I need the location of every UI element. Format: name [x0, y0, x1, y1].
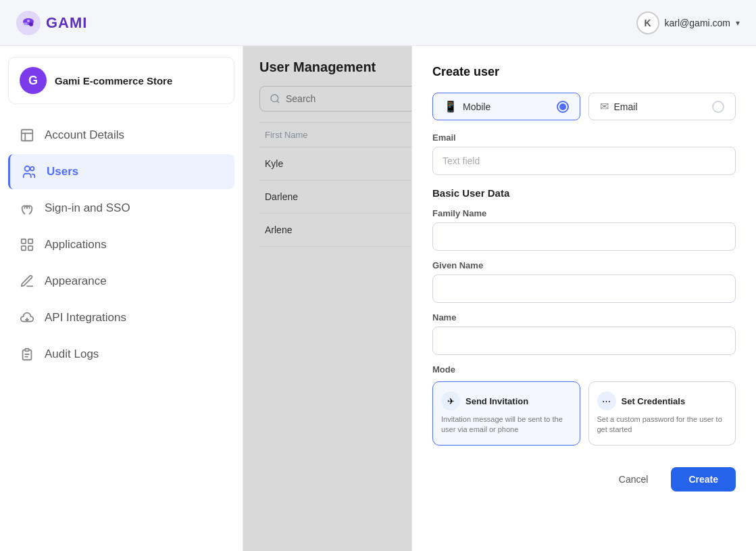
fingerprint-icon [19, 200, 35, 216]
topnav: GAMI K karl@gami.com ▾ [0, 0, 756, 46]
sidebar-item-label: API Integrations [45, 311, 126, 325]
email-radio[interactable] [712, 101, 724, 113]
svg-rect-11 [28, 239, 32, 243]
set-credentials-title: Set Credentials [622, 396, 686, 406]
mobile-radio[interactable] [557, 101, 569, 113]
store-card[interactable]: G Gami E-commerce Store [8, 57, 234, 104]
user-menu[interactable]: K karl@gami.com ▾ [636, 11, 740, 34]
create-user-modal: Create user 📱 Mobile ✉ Email [411, 46, 756, 551]
mode-cards: ✈ Send Invitation Invitation message wil… [432, 381, 736, 446]
send-invitation-icon: ✈ [441, 391, 460, 410]
app-name: GAMI [46, 14, 87, 32]
basic-user-data-heading: Basic User Data [432, 187, 736, 199]
logo-area: GAMI [16, 11, 87, 35]
cancel-button[interactable]: Cancel [604, 467, 663, 492]
chevron-down-icon: ▾ [736, 18, 740, 28]
send-invitation-title: Send Invitation [465, 396, 528, 406]
given-name-label: Given Name [432, 260, 736, 270]
svg-point-4 [27, 20, 30, 22]
name-label: Name [432, 312, 736, 322]
sidebar-item-users[interactable]: Users [8, 154, 234, 189]
svg-point-8 [25, 166, 30, 171]
mode-label: Mode [432, 364, 736, 375]
mobile-tab[interactable]: 📱 Mobile [432, 93, 580, 120]
modal-footer: Cancel Create [432, 462, 736, 492]
family-name-input[interactable] [432, 222, 736, 251]
email-input[interactable] [432, 147, 736, 175]
name-input[interactable] [432, 327, 736, 355]
svg-rect-12 [22, 246, 26, 250]
sidebar-item-sign-in-sso[interactable]: Sign-in and SSO [8, 191, 234, 226]
set-credentials-icon: ⋯ [597, 391, 616, 410]
sidebar-item-applications[interactable]: Applications [8, 227, 234, 262]
content-area: User Management First Name Kyle Darlene [243, 46, 756, 551]
sidebar: G Gami E-commerce Store Account Details … [0, 46, 243, 551]
svg-rect-14 [25, 349, 29, 352]
set-credentials-desc: Set a custom password for the user to ge… [597, 414, 728, 435]
store-name: Gami E-commerce Store [55, 75, 172, 87]
create-button[interactable]: Create [671, 467, 736, 492]
sidebar-item-label: Audit Logs [45, 348, 99, 361]
sidebar-item-api-integrations[interactable]: API Integrations [8, 300, 234, 335]
name-field-group: Name [432, 312, 736, 364]
clipboard-icon [19, 346, 35, 362]
users-icon [21, 164, 37, 180]
user-avatar: K [636, 11, 659, 34]
mobile-icon: 📱 [444, 100, 457, 113]
svg-rect-10 [22, 239, 26, 243]
send-invitation-header: ✈ Send Invitation [441, 391, 572, 410]
modal-title: Create user [432, 65, 736, 79]
svg-rect-5 [22, 130, 33, 141]
mobile-tab-label: Mobile [463, 101, 490, 112]
building-icon [19, 127, 35, 143]
given-name-field-group: Given Name [432, 260, 736, 312]
family-name-field-group: Family Name [432, 208, 736, 260]
set-credentials-header: ⋯ Set Credentials [597, 391, 728, 410]
family-name-label: Family Name [432, 208, 736, 218]
sidebar-item-account-details[interactable]: Account Details [8, 118, 234, 153]
grid-icon [19, 237, 35, 253]
contact-method-tabs: 📱 Mobile ✉ Email [432, 93, 736, 120]
gami-logo-icon [16, 11, 41, 35]
email-icon: ✉ [600, 100, 609, 113]
modal-overlay: Create user 📱 Mobile ✉ Email [243, 46, 756, 551]
pen-icon [19, 273, 35, 289]
user-email: karl@gami.com [665, 18, 730, 28]
main-layout: G Gami E-commerce Store Account Details … [0, 46, 756, 551]
send-invitation-card[interactable]: ✈ Send Invitation Invitation message wil… [432, 381, 580, 446]
svg-rect-13 [28, 246, 32, 250]
sidebar-item-label: Applications [45, 238, 107, 251]
sidebar-item-label: Account Details [45, 128, 124, 142]
set-credentials-card[interactable]: ⋯ Set Credentials Set a custom password … [588, 381, 736, 446]
email-tab-label: Email [614, 101, 638, 112]
svg-point-3 [29, 22, 33, 26]
sidebar-item-label: Sign-in and SSO [45, 201, 130, 215]
email-label: Email [432, 133, 736, 143]
sidebar-item-label: Users [47, 165, 78, 178]
sidebar-item-appearance[interactable]: Appearance [8, 264, 234, 299]
email-tab[interactable]: ✉ Email [588, 93, 736, 120]
cloud-icon [19, 310, 35, 326]
given-name-input[interactable] [432, 274, 736, 303]
email-field-group: Email [432, 133, 736, 185]
svg-point-2 [24, 22, 28, 25]
send-invitation-desc: Invitation message will be sent to the u… [441, 414, 572, 435]
store-avatar: G [20, 67, 47, 94]
sidebar-item-audit-logs[interactable]: Audit Logs [8, 337, 234, 372]
svg-point-9 [30, 167, 34, 171]
sidebar-item-label: Appearance [45, 274, 107, 288]
